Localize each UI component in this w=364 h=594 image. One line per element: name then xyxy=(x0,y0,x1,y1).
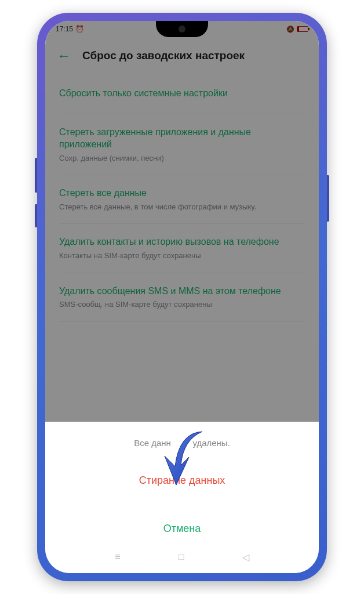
option-erase-apps[interactable]: Стереть загруженные приложения и данные … xyxy=(59,114,305,176)
erase-data-button[interactable]: Стирание данных xyxy=(57,465,307,496)
back-icon[interactable]: ◁ xyxy=(242,552,249,563)
battery-icon xyxy=(297,26,308,32)
option-title: Сбросить только системные настройки xyxy=(59,87,305,100)
option-erase-all[interactable]: Стереть все данные Стереть все данные, в… xyxy=(59,175,305,224)
option-subtitle: Контакты на SIM-карте будут сохранены xyxy=(59,251,305,261)
option-delete-contacts[interactable]: Удалить контакты и историю вызовов на те… xyxy=(59,224,305,273)
reset-options-list: Сбросить только системные настройки Стер… xyxy=(45,74,319,323)
option-title: Удалить сообщения SMS и MMS на этом теле… xyxy=(59,285,305,298)
status-time: 17:15 xyxy=(56,25,73,33)
cancel-button[interactable]: Отмена xyxy=(57,513,307,544)
screen-notch xyxy=(156,21,208,37)
recent-apps-icon[interactable]: ≡ xyxy=(115,552,120,562)
page-header: ← Сброс до заводских настроек xyxy=(45,37,319,74)
volume-buttons xyxy=(35,158,37,239)
phone-screen: 17:15 ⏰ 🔕 ← Сброс до заводских настроек … xyxy=(45,21,319,573)
home-icon[interactable]: □ xyxy=(179,552,184,562)
option-title: Удалить контакты и историю вызовов на те… xyxy=(59,236,305,248)
alarm-icon: ⏰ xyxy=(75,25,84,33)
mute-icon: 🔕 xyxy=(286,26,294,33)
option-title: Стереть все данные xyxy=(59,187,305,200)
option-subtitle: Стереть все данные, в том числе фотограф… xyxy=(59,202,305,212)
page-title: Сброс до заводских настроек xyxy=(82,49,245,62)
option-subtitle: Сохр. данные (снимки, песни) xyxy=(59,153,305,164)
phone-frame: 17:15 ⏰ 🔕 ← Сброс до заводских настроек … xyxy=(37,13,327,581)
option-title: Стереть загруженные приложения и данные … xyxy=(59,126,305,151)
option-reset-system[interactable]: Сбросить только системные настройки xyxy=(59,75,305,114)
back-arrow-icon[interactable]: ← xyxy=(57,48,71,64)
background-content: 17:15 ⏰ 🔕 ← Сброс до заводских настроек … xyxy=(45,21,319,439)
sheet-message: Все данн удалены. xyxy=(57,438,307,448)
android-nav-bar: ≡ □ ◁ xyxy=(45,546,319,567)
power-button-side xyxy=(327,175,329,222)
option-subtitle: SMS-сообщ. на SIM-карте будут сохранены xyxy=(59,299,305,310)
option-delete-sms[interactable]: Удалить сообщения SMS и MMS на этом теле… xyxy=(59,273,305,322)
